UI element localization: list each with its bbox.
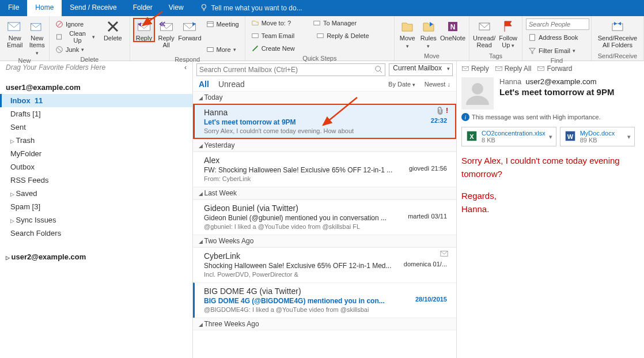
message-from: Gideon Buniel (via Twitter) [204,204,449,213]
envelope-icon [440,250,448,259]
tab-file[interactable]: File [0,0,27,16]
move-button[interactable]: Move [398,18,417,50]
reading-reply-all-button[interactable]: Reply All [495,65,532,73]
message-preview: @BIGDOME4G: I liked a @YouTube video fro… [204,306,449,313]
folder-sync-issues[interactable]: Sync Issues [0,213,192,227]
attachment-menu-icon[interactable]: ▾ [549,133,552,141]
reply-button[interactable]: Reply [134,18,154,42]
section-header[interactable]: Today [193,91,456,104]
section-header[interactable]: Yesterday [193,139,456,152]
follow-up-button[interactable]: Follow Up [498,18,518,49]
message-item[interactable]: !HannaLet's meet tomorrow at 9PMSorry Al… [193,104,456,139]
file-icon: W [564,130,577,144]
folder-inbox[interactable]: Inbox 11 [0,94,192,107]
section-header[interactable]: Two Weeks Ago [193,235,456,247]
attachment-size: 89 KB [580,137,615,144]
unread-read-button[interactable]: Unread/ Read [473,18,495,48]
attachment-size: 8 KB [482,137,545,144]
body-line: Sorry Alex, I couldn't come today evenin… [461,154,639,168]
folder-spam-[interactable]: Spam [3] [0,200,192,213]
reply-all-button[interactable]: Reply All [157,18,176,48]
account-header[interactable]: user1@example.com [0,81,192,94]
new-email-button[interactable]: New Email [3,18,26,48]
svg-rect-14 [314,21,320,25]
svg-rect-13 [207,48,213,52]
message-item[interactable]: Gideon Buniel (via Twitter)Gideon Buniel… [193,199,456,235]
sort-by-date[interactable]: By Date [388,81,415,88]
qs-team-email[interactable]: Team Email [249,30,297,42]
folder-outbox[interactable]: Outbox [0,160,192,174]
attachment-name: MyDoc.docx [580,130,615,137]
forward-button[interactable]: Forward [178,18,201,42]
qs-to-manager[interactable]: To Manager [310,17,359,29]
svg-text:W: W [567,133,573,140]
folder-drafts-[interactable]: Drafts [1] [0,107,192,120]
attachment-name: CO2concentration.xlsx [482,130,545,137]
ignore-button[interactable]: Ignore [53,18,97,30]
sort-newest[interactable]: Newest ↓ [425,81,450,88]
folder-rss-feeds[interactable]: RSS Feeds [0,174,192,187]
filter-unread[interactable]: Unread [218,80,245,89]
body-line: Hanna. [461,203,639,216]
search-mailbox-input[interactable]: Search Current Mailbox (Ctrl+E) [196,63,385,76]
rules-button[interactable]: Rules [419,18,438,50]
attachment-item[interactable]: XCO2concentration.xlsx8 KB▾ [461,127,556,146]
message-item[interactable]: AlexFW: Shocking Halloween Sale! Exclusi… [193,152,456,187]
importance-icon: ! [446,107,448,116]
message-item[interactable]: BIG DOME 4G (via Twitter)BIG DOME 4G (@B… [193,282,456,318]
more-respond-button[interactable]: More [204,44,241,55]
sender-avatar [461,77,494,110]
folder-trash[interactable]: Trash [0,134,192,147]
address-book-button[interactable]: Address Book [526,32,589,43]
message-time: 22:32 [431,117,447,124]
search-people-input[interactable] [526,18,589,30]
folder-myfolder[interactable]: MyFolder [0,147,192,160]
svg-text:X: X [469,133,474,140]
tab-view[interactable]: View [161,0,192,16]
new-items-button[interactable]: New Items [28,18,46,56]
tell-me[interactable]: Tell me what you want to do... [192,0,310,16]
search-scope-dropdown[interactable]: Current Mailbox [389,63,453,76]
qs-create-new[interactable]: Create New [249,43,297,54]
filter-all[interactable]: All [199,80,209,89]
svg-rect-20 [530,35,535,41]
group-tags-label: Tags [469,52,522,61]
attachment-item[interactable]: WMyDoc.docx89 KB▾ [560,127,635,146]
qs-move-to[interactable]: Move to: ? [249,17,293,29]
section-header[interactable]: Three Weeks Ago [193,318,456,330]
delete-button[interactable]: Delete [100,18,126,42]
message-time: martedì 03/11 [408,213,447,220]
message-from: Hanna [204,108,449,117]
message-subject: BIG DOME 4G (@BIGDOME4G) mentioned you i… [204,297,449,305]
message-item[interactable]: CyberLinkShocking Halloween Sale! Exclus… [193,247,456,282]
send-receive-all-button[interactable]: Send/Receive All Folders [595,18,640,48]
filter-email-button[interactable]: Filter Email [526,45,589,56]
collapse-favorites-icon[interactable]: ‹ [184,63,187,71]
account-header[interactable]: user2@example.com [0,250,192,263]
meeting-button[interactable]: Meeting [204,18,241,30]
folder-search-folders[interactable]: Search Folders [0,227,192,240]
attachment-menu-icon[interactable]: ▾ [627,133,631,141]
message-preview: Incl. PowerDVD, PowerDirector & [204,271,449,278]
message-from: CyberLink [204,251,449,261]
sender-name: Hanna [499,77,521,86]
reading-subject: Let's meet tomorrow at 9PM [499,87,639,97]
onenote-button[interactable]: NOneNote [440,18,465,42]
folder-sent[interactable]: Sent [0,120,192,134]
tab-folder[interactable]: Folder [125,0,161,16]
reading-forward-button[interactable]: Forward [537,65,572,73]
reading-reply-button[interactable]: Reply [461,65,489,73]
folder-saved[interactable]: Saved [0,187,192,200]
message-preview: @gbuniel: I liked a @YouTube video from … [204,223,449,230]
message-from: BIG DOME 4G (via Twitter) [204,287,449,296]
tell-me-label: Tell me what you want to do... [211,4,302,12]
message-time: domenica 01/... [404,261,447,267]
junk-button[interactable]: Junk [53,44,97,55]
tab-home[interactable]: Home [27,0,62,16]
tab-send-receive[interactable]: Send / Receive [62,0,124,16]
svg-rect-21 [612,24,623,31]
bulb-icon [200,3,208,13]
section-header[interactable]: Last Week [193,187,456,199]
cleanup-button[interactable]: Clean Up [53,31,97,43]
qs-reply-delete[interactable]: Reply & Delete [314,30,371,42]
